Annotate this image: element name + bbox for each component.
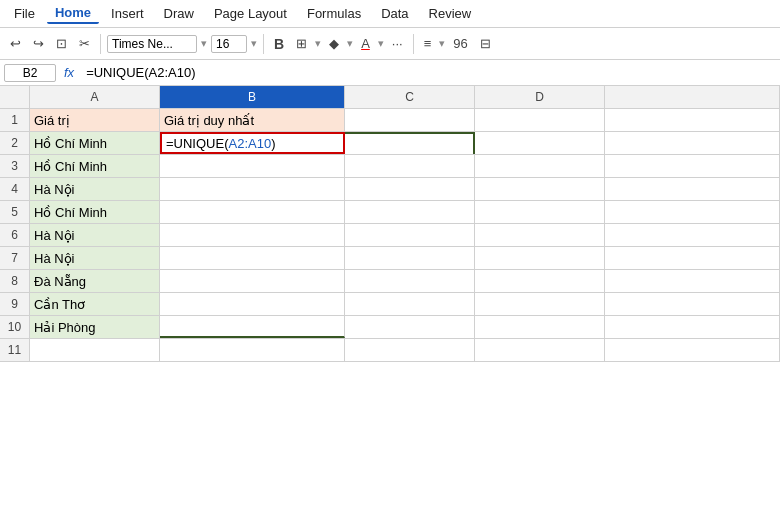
font-name-input[interactable] bbox=[107, 35, 197, 53]
cell-b5[interactable] bbox=[160, 201, 345, 223]
redo-button[interactable]: ↪ bbox=[29, 34, 48, 53]
cell-e9[interactable] bbox=[605, 293, 780, 315]
menu-page-layout[interactable]: Page Layout bbox=[206, 4, 295, 23]
bold-button[interactable]: B bbox=[270, 34, 288, 54]
cell-c10[interactable] bbox=[345, 316, 475, 338]
menu-home[interactable]: Home bbox=[47, 3, 99, 24]
cell-e5[interactable] bbox=[605, 201, 780, 223]
cell-a6[interactable]: Hà Nội bbox=[30, 224, 160, 246]
cell-c8[interactable] bbox=[345, 270, 475, 292]
cell-e3[interactable] bbox=[605, 155, 780, 177]
cell-a11[interactable] bbox=[30, 339, 160, 361]
cell-d3[interactable] bbox=[475, 155, 605, 177]
wrap-button[interactable]: ⊟ bbox=[476, 34, 495, 53]
align-dropdown-icon[interactable]: ▾ bbox=[439, 37, 445, 50]
cell-reference-box[interactable] bbox=[4, 64, 56, 82]
cell-e4[interactable] bbox=[605, 178, 780, 200]
cell-e2[interactable] bbox=[605, 132, 780, 154]
cell-d7[interactable] bbox=[475, 247, 605, 269]
font-size-input[interactable] bbox=[211, 35, 247, 53]
cell-a2[interactable]: Hồ Chí Minh bbox=[30, 132, 160, 154]
row-number-10[interactable]: 10 bbox=[0, 316, 30, 338]
cell-c1[interactable] bbox=[345, 109, 475, 131]
cell-b6[interactable] bbox=[160, 224, 345, 246]
cell-c3[interactable] bbox=[345, 155, 475, 177]
font-color-button[interactable]: A bbox=[357, 34, 374, 53]
undo-button[interactable]: ↩ bbox=[6, 34, 25, 53]
cell-b2[interactable]: =UNIQUE(A2:A10) bbox=[160, 132, 345, 154]
row-number-4[interactable]: 4 bbox=[0, 178, 30, 200]
cell-e7[interactable] bbox=[605, 247, 780, 269]
cell-a4[interactable]: Hà Nội bbox=[30, 178, 160, 200]
cell-b4[interactable] bbox=[160, 178, 345, 200]
col-header-a[interactable]: A bbox=[30, 86, 160, 108]
align-button[interactable]: ≡ bbox=[420, 34, 436, 53]
cell-a1[interactable]: Giá trị bbox=[30, 109, 160, 131]
cell-e1[interactable] bbox=[605, 109, 780, 131]
row-number-8[interactable]: 8 bbox=[0, 270, 30, 292]
cell-d2[interactable] bbox=[475, 132, 605, 154]
fill-color-button[interactable]: ◆ bbox=[325, 34, 343, 53]
row-number-9[interactable]: 9 bbox=[0, 293, 30, 315]
col-header-e[interactable] bbox=[605, 86, 780, 108]
cell-e11[interactable] bbox=[605, 339, 780, 361]
cell-b9[interactable] bbox=[160, 293, 345, 315]
cell-c4[interactable] bbox=[345, 178, 475, 200]
menu-review[interactable]: Review bbox=[421, 4, 480, 23]
cell-c5[interactable] bbox=[345, 201, 475, 223]
cell-e10[interactable] bbox=[605, 316, 780, 338]
menu-data[interactable]: Data bbox=[373, 4, 416, 23]
font-size-dropdown-icon[interactable]: ▾ bbox=[251, 37, 257, 50]
cell-a10[interactable]: Hải Phòng bbox=[30, 316, 160, 338]
col-header-d[interactable]: D bbox=[475, 86, 605, 108]
more-button[interactable]: ··· bbox=[388, 34, 407, 53]
cell-d10[interactable] bbox=[475, 316, 605, 338]
row-number-5[interactable]: 5 bbox=[0, 201, 30, 223]
cell-c2[interactable] bbox=[345, 132, 475, 154]
cell-d4[interactable] bbox=[475, 178, 605, 200]
menu-file[interactable]: File bbox=[6, 4, 43, 23]
cell-d1[interactable] bbox=[475, 109, 605, 131]
cell-b3[interactable] bbox=[160, 155, 345, 177]
row-number-11[interactable]: 11 bbox=[0, 339, 30, 361]
cell-c9[interactable] bbox=[345, 293, 475, 315]
font-name-dropdown-icon[interactable]: ▾ bbox=[201, 37, 207, 50]
row-number-1[interactable]: 1 bbox=[0, 109, 30, 131]
cell-b1[interactable]: Giá trị duy nhất bbox=[160, 109, 345, 131]
cell-d5[interactable] bbox=[475, 201, 605, 223]
cell-c11[interactable] bbox=[345, 339, 475, 361]
row-number-7[interactable]: 7 bbox=[0, 247, 30, 269]
row-number-2[interactable]: 2 bbox=[0, 132, 30, 154]
number-format-button[interactable]: 96 bbox=[449, 34, 471, 53]
cell-c6[interactable] bbox=[345, 224, 475, 246]
col-header-b[interactable]: B bbox=[160, 86, 345, 108]
cell-a9[interactable]: Cần Thơ bbox=[30, 293, 160, 315]
borders-button[interactable]: ⊞ bbox=[292, 34, 311, 53]
cell-b8[interactable] bbox=[160, 270, 345, 292]
formula-input[interactable] bbox=[82, 64, 776, 81]
cell-b11[interactable] bbox=[160, 339, 345, 361]
cell-d6[interactable] bbox=[475, 224, 605, 246]
col-header-c[interactable]: C bbox=[345, 86, 475, 108]
font-color-dropdown-icon[interactable]: ▾ bbox=[378, 37, 384, 50]
paste-button[interactable]: ⊡ bbox=[52, 34, 71, 53]
menu-insert[interactable]: Insert bbox=[103, 4, 152, 23]
row-number-6[interactable]: 6 bbox=[0, 224, 30, 246]
cell-a5[interactable]: Hồ Chí Minh bbox=[30, 201, 160, 223]
cell-d9[interactable] bbox=[475, 293, 605, 315]
cell-a7[interactable]: Hà Nội bbox=[30, 247, 160, 269]
cell-b10[interactable] bbox=[160, 316, 345, 338]
cut-button[interactable]: ✂ bbox=[75, 34, 94, 53]
menu-formulas[interactable]: Formulas bbox=[299, 4, 369, 23]
cell-b7[interactable] bbox=[160, 247, 345, 269]
cell-d8[interactable] bbox=[475, 270, 605, 292]
cell-e6[interactable] bbox=[605, 224, 780, 246]
cell-a3[interactable]: Hồ Chí Minh bbox=[30, 155, 160, 177]
cell-d11[interactable] bbox=[475, 339, 605, 361]
cell-e8[interactable] bbox=[605, 270, 780, 292]
cell-c7[interactable] bbox=[345, 247, 475, 269]
borders-dropdown-icon[interactable]: ▾ bbox=[315, 37, 321, 50]
cell-a8[interactable]: Đà Nẵng bbox=[30, 270, 160, 292]
fill-dropdown-icon[interactable]: ▾ bbox=[347, 37, 353, 50]
menu-draw[interactable]: Draw bbox=[156, 4, 202, 23]
